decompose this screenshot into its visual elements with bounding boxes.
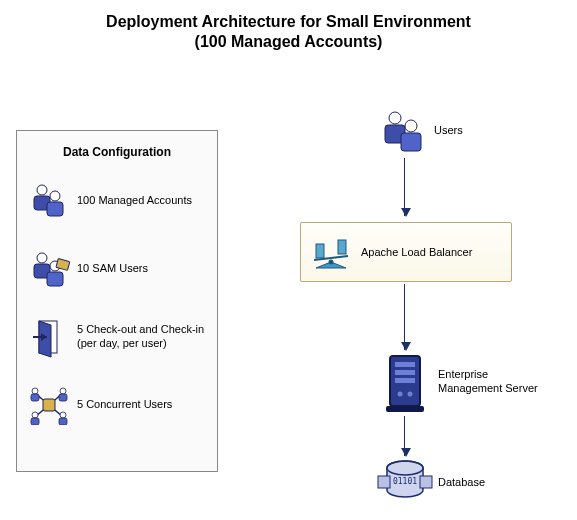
svg-rect-7 <box>47 272 63 286</box>
svg-point-32 <box>329 260 334 265</box>
svg-point-39 <box>398 392 403 397</box>
svg-rect-19 <box>31 394 39 401</box>
arrow-lb-to-ems <box>404 284 405 350</box>
svg-point-2 <box>50 191 60 201</box>
svg-rect-46 <box>420 476 432 488</box>
svg-point-24 <box>60 412 66 418</box>
ems-label: Enterprise Management Server <box>438 368 538 396</box>
arrow-ems-to-db <box>404 416 405 456</box>
svg-point-0 <box>37 185 47 195</box>
database-node-icon: 01101 <box>376 458 434 506</box>
data-configuration-panel: Data Configuration 100 Managed Accounts <box>16 130 218 472</box>
config-row-sam-users: 10 SAM Users <box>17 235 217 303</box>
svg-rect-36 <box>395 362 415 367</box>
svg-rect-45 <box>378 476 390 488</box>
arrow-users-to-lb <box>404 158 405 216</box>
svg-rect-17 <box>43 399 55 411</box>
page-title: Deployment Architecture for Small Enviro… <box>0 12 577 52</box>
title-line-1: Deployment Architecture for Small Enviro… <box>106 13 471 30</box>
config-label-concurrent: 5 Concurrent Users <box>71 398 172 412</box>
users-icon <box>27 179 71 223</box>
sam-user-icon <box>27 247 71 291</box>
svg-point-40 <box>408 392 413 397</box>
svg-rect-21 <box>59 394 67 401</box>
config-row-concurrent: 5 Concurrent Users <box>17 371 217 439</box>
svg-rect-25 <box>59 418 67 425</box>
network-icon <box>27 383 71 427</box>
svg-rect-23 <box>31 418 39 425</box>
svg-point-4 <box>37 253 47 263</box>
load-balancer-node: Apache Load Balancer <box>300 222 512 282</box>
svg-rect-37 <box>395 370 415 375</box>
config-row-managed-accounts: 100 Managed Accounts <box>17 167 217 235</box>
svg-rect-38 <box>395 378 415 383</box>
config-row-check: 5 Check-out and Check-in (per day, per u… <box>17 303 217 371</box>
data-configuration-heading: Data Configuration <box>17 131 217 167</box>
config-label-managed-accounts: 100 Managed Accounts <box>71 194 192 208</box>
title-line-2: (100 Managed Accounts) <box>195 33 383 50</box>
svg-rect-34 <box>338 240 346 254</box>
svg-rect-33 <box>316 244 324 258</box>
load-balancer-label: Apache Load Balancer <box>361 246 472 258</box>
door-icon <box>27 315 71 359</box>
svg-point-26 <box>389 112 401 124</box>
svg-point-28 <box>405 120 417 132</box>
svg-rect-3 <box>47 202 63 216</box>
svg-marker-10 <box>39 321 51 357</box>
svg-text:01101: 01101 <box>393 477 417 486</box>
svg-point-18 <box>32 388 38 394</box>
config-label-check: 5 Check-out and Check-in (per day, per u… <box>71 323 204 351</box>
config-label-sam-users: 10 SAM Users <box>71 262 148 276</box>
svg-point-20 <box>60 388 66 394</box>
load-balancer-icon <box>301 232 361 272</box>
users-label: Users <box>434 124 463 138</box>
ems-node-icon <box>380 352 430 414</box>
svg-rect-29 <box>401 133 421 151</box>
users-node-icon <box>378 108 428 154</box>
svg-rect-41 <box>386 406 424 412</box>
svg-point-22 <box>32 412 38 418</box>
database-label: Database <box>438 476 485 490</box>
